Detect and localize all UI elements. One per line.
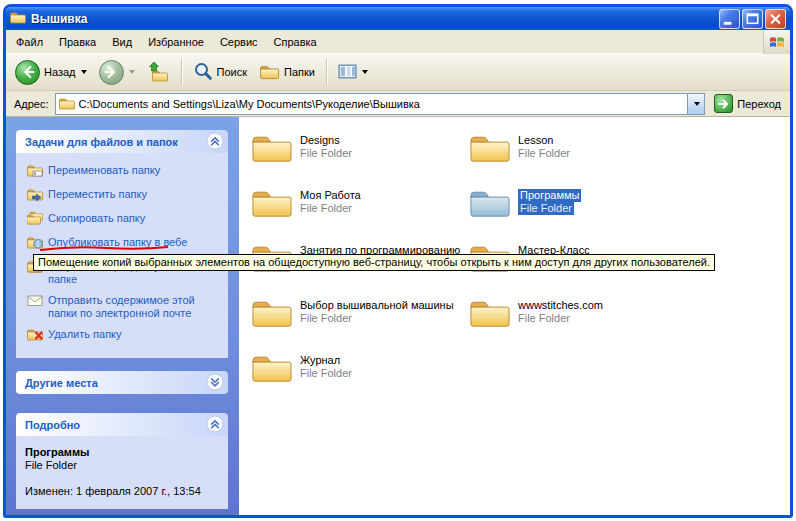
file-name: wwwstitches.com — [518, 299, 603, 312]
file-name: Моя Работа — [300, 189, 361, 202]
file-item-designs[interactable]: DesignsFile Folder — [251, 131, 352, 163]
details-body: Программы File Folder Изменен: 1 февраля… — [16, 436, 228, 509]
file-item-vybor-mashiny[interactable]: Выбор вышивальной машиныFile Folder — [251, 296, 454, 328]
other-places-title: Другие места — [25, 377, 98, 389]
file-name: Выбор вышивальной машины — [300, 299, 454, 312]
forward-arrow-icon — [99, 60, 124, 85]
task-move-folder[interactable]: Переместить папку — [18, 184, 225, 208]
task-delete-folder[interactable]: Удалить папку — [18, 324, 225, 348]
file-item-lesson[interactable]: LessonFile Folder — [469, 131, 570, 163]
other-places-panel: Другие места — [16, 371, 228, 394]
title-bar[interactable]: Вышивка — [6, 7, 790, 30]
minimize-button[interactable] — [719, 9, 740, 29]
address-path: C:\Documents and Settings\Liza\My Docume… — [79, 98, 684, 110]
folder-icon — [251, 131, 293, 163]
tooltip: Помещение копий выбранных элементов на о… — [33, 254, 715, 271]
maximize-button[interactable] — [742, 9, 763, 29]
file-list-area[interactable]: DesignsFile Folder LessonFile Folder Моя… — [239, 117, 790, 515]
close-button[interactable] — [765, 9, 786, 29]
search-label: Поиск — [217, 66, 247, 78]
rename-folder-icon — [27, 163, 43, 180]
up-folder-icon — [147, 61, 170, 84]
back-button[interactable]: Назад — [10, 57, 92, 88]
task-pane: Задачи для файлов и папок Переименовать … — [6, 117, 239, 515]
copy-folder-icon — [27, 211, 43, 228]
task-label: Скопировать папку — [48, 212, 145, 225]
delete-folder-icon — [27, 327, 43, 344]
file-name: Программы — [518, 189, 581, 202]
details-title: Подробно — [25, 419, 80, 431]
explorer-window: Вышивка Файл Правка Вид Избранное Сервис… — [3, 4, 793, 518]
file-type: File Folder — [300, 312, 352, 325]
task-label: Отправить содержимое этой папки по элект… — [48, 294, 206, 320]
menu-tools[interactable]: Сервис — [212, 32, 266, 52]
menu-edit[interactable]: Правка — [51, 32, 104, 52]
go-button[interactable]: Переход — [711, 94, 784, 113]
window-title: Вышивка — [31, 12, 714, 26]
file-type: File Folder — [300, 367, 352, 380]
task-email-folder[interactable]: Отправить содержимое этой папки по элект… — [18, 290, 225, 324]
folder-icon — [469, 296, 511, 328]
folder-icon — [469, 131, 511, 163]
search-button[interactable]: Поиск — [188, 57, 252, 88]
views-icon — [338, 63, 357, 82]
publish-folder-icon — [27, 235, 43, 252]
task-rename-folder[interactable]: Переименовать папку — [18, 160, 225, 184]
folders-icon — [259, 62, 280, 82]
task-copy-folder[interactable]: Скопировать папку — [18, 208, 225, 232]
desktop-background: Вышивка Файл Правка Вид Избранное Сервис… — [0, 0, 796, 521]
file-type: File Folder — [518, 147, 570, 160]
details-file-name: Программы — [25, 446, 222, 458]
task-label: Переместить папку — [48, 188, 147, 201]
collapse-chevron-icon[interactable] — [206, 132, 224, 152]
folders-label: Папки — [284, 66, 315, 78]
address-dropdown-button[interactable] — [687, 94, 704, 114]
file-type: File Folder — [518, 312, 570, 325]
task-label: Опубликовать папку в вебе — [48, 236, 187, 249]
folder-icon-selected — [469, 186, 511, 218]
collapse-chevron-icon[interactable] — [206, 415, 224, 435]
folder-icon — [251, 186, 293, 218]
address-folder-icon — [59, 96, 75, 112]
file-name: Журнал — [300, 354, 340, 367]
up-button[interactable] — [142, 57, 175, 88]
file-type: File Folder — [300, 147, 352, 160]
file-item-moya-rabota[interactable]: Моя РаботаFile Folder — [251, 186, 361, 218]
window-folder-icon — [10, 10, 26, 28]
details-modified: Изменен: 1 февраля 2007 г., 13:54 — [25, 485, 222, 497]
folders-button[interactable]: Папки — [254, 57, 320, 88]
menu-file[interactable]: Файл — [8, 32, 51, 52]
file-type: File Folder — [518, 202, 574, 215]
forward-button[interactable] — [94, 57, 140, 88]
move-folder-icon — [27, 187, 43, 204]
file-tasks-panel: Задачи для файлов и папок Переименовать … — [16, 130, 228, 358]
file-item-wwwstitches[interactable]: wwwstitches.comFile Folder — [469, 296, 603, 328]
menu-help[interactable]: Справка — [266, 32, 325, 52]
file-item-programmy[interactable]: ПрограммыFile Folder — [469, 186, 581, 218]
back-dropdown-icon — [81, 70, 87, 74]
back-label: Назад — [44, 66, 76, 78]
address-bar: Адрес: C:\Documents and Settings\Liza\My… — [6, 91, 790, 117]
forward-dropdown-icon — [129, 70, 135, 74]
main-area: Задачи для файлов и папок Переименовать … — [6, 117, 790, 515]
window-controls — [719, 9, 786, 29]
toolbar-separator — [181, 59, 182, 85]
menu-view[interactable]: Вид — [104, 32, 140, 52]
details-header[interactable]: Подробно — [16, 413, 228, 436]
go-arrow-icon — [714, 94, 733, 113]
file-tasks-title: Задачи для файлов и папок — [25, 136, 178, 148]
file-tasks-header[interactable]: Задачи для файлов и папок — [16, 130, 228, 153]
file-name: Designs — [300, 134, 340, 147]
address-input[interactable]: C:\Documents and Settings\Liza\My Docume… — [55, 93, 706, 115]
menu-bar: Файл Правка Вид Избранное Сервис Справка — [6, 30, 790, 54]
details-panel: Подробно Программы File Folder Изменен: … — [16, 413, 228, 509]
other-places-header[interactable]: Другие места — [16, 371, 228, 394]
task-label: Удалить папку — [48, 328, 122, 341]
search-icon — [193, 61, 213, 83]
folder-icon — [251, 296, 293, 328]
expand-chevron-icon[interactable] — [206, 373, 224, 393]
menu-favorites[interactable]: Избранное — [140, 32, 212, 52]
task-publish-folder[interactable]: Опубликовать папку в вебе — [18, 232, 225, 256]
file-item-zhurnal[interactable]: ЖурналFile Folder — [251, 351, 352, 383]
views-button[interactable] — [333, 57, 373, 88]
